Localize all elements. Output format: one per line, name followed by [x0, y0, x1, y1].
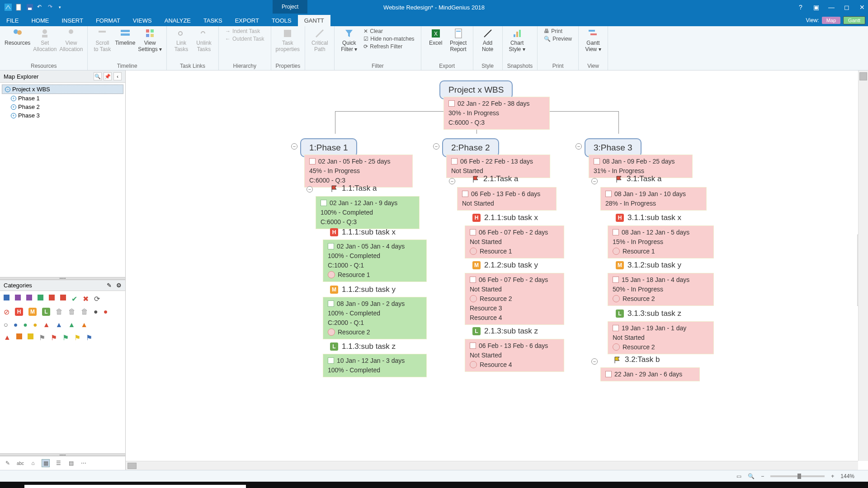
taskbar-search[interactable]: Type here to search 🎤	[24, 485, 246, 488]
zoom-slider[interactable]	[770, 475, 825, 477]
trash-icon[interactable]: 🗑	[56, 308, 63, 316]
resources-button[interactable]: Resources	[5, 28, 30, 46]
node-t31[interactable]: 3.1:Task a	[616, 174, 662, 183]
view-map-button[interactable]: Map	[822, 17, 840, 24]
qat-dropdown-icon[interactable]: ▾	[59, 5, 61, 9]
dot-outline-icon[interactable]: ○	[4, 321, 8, 329]
photoshop-icon[interactable]: Ps	[383, 482, 405, 488]
collapse-toggle[interactable]: −	[576, 143, 582, 150]
help-icon[interactable]: ?	[797, 4, 804, 11]
flag-yellow-icon[interactable]: ⚑	[74, 333, 80, 342]
node-t113[interactable]: L1.1.3:sub task z	[330, 342, 396, 351]
mindgenius-icon[interactable]	[451, 482, 473, 488]
collapse-pane-icon[interactable]: ‹	[113, 72, 122, 80]
add-note-button[interactable]: Add Note	[478, 28, 498, 53]
flag-outline-icon[interactable]: ⚑	[39, 333, 45, 342]
link-tasks-button[interactable]: Link Tasks	[171, 28, 191, 53]
node-t32[interactable]: 3.2:Task b	[614, 355, 660, 364]
tri-blue-icon[interactable]: ▲	[56, 321, 63, 329]
menu-export[interactable]: EXPORT	[229, 15, 265, 26]
view-allocation-button[interactable]: View Allocation	[59, 28, 83, 53]
chrome-icon[interactable]	[338, 482, 360, 488]
ribbon-options-icon[interactable]: ▣	[812, 4, 820, 11]
calc-icon[interactable]: ⊞	[316, 482, 337, 488]
node-t212[interactable]: M2.1.2:sub task y	[472, 261, 538, 270]
cat-square-red2[interactable]	[60, 295, 66, 300]
node-t313[interactable]: L3.1.3:sub task z	[616, 309, 681, 318]
close-icon[interactable]: ✕	[859, 4, 866, 11]
collapse-toggle[interactable]: −	[433, 143, 439, 150]
cat-square-red[interactable]	[49, 295, 55, 300]
maximize-icon[interactable]: ◻	[843, 4, 850, 11]
menu-format[interactable]: FORMAT	[90, 15, 127, 26]
explorer-icon[interactable]: 📁	[270, 482, 292, 488]
zoom-value[interactable]: 144%	[840, 473, 854, 479]
menu-analyze[interactable]: ANALYZE	[158, 15, 197, 26]
search-icon[interactable]: 🔍	[94, 72, 102, 80]
excel-button[interactable]: XExcel	[426, 28, 446, 46]
node-t21[interactable]: 2.1:Task a	[472, 174, 519, 183]
node-t311[interactable]: H3.1.1:sub task x	[616, 213, 681, 222]
collapse-toggle[interactable]: −	[449, 178, 455, 184]
cat-square-orange[interactable]	[16, 333, 22, 339]
vertical-scrollbar[interactable]	[858, 70, 868, 461]
check-icon[interactable]: ✔	[71, 295, 77, 303]
save-icon[interactable]	[26, 4, 33, 11]
dot-blue-icon[interactable]: ●	[14, 321, 18, 329]
illustrator-icon[interactable]: Ai	[361, 482, 382, 488]
menu-tasks[interactable]: TASKS	[197, 15, 229, 26]
task-view-icon[interactable]: ▭	[248, 482, 269, 488]
animate-icon[interactable]: An	[429, 482, 450, 488]
cat-square-yellow[interactable]	[28, 333, 33, 339]
pin-icon[interactable]: 📌	[104, 72, 112, 80]
cat-square-purple[interactable]	[15, 295, 21, 300]
new-icon[interactable]	[15, 4, 23, 11]
cat-square-green[interactable]	[38, 295, 43, 300]
pencil-tool-icon[interactable]: ✎	[4, 459, 12, 467]
no-entry-icon[interactable]: ⊘	[4, 308, 9, 316]
undo-icon[interactable]: ↶	[37, 4, 44, 11]
tri-orange-icon[interactable]: ▲	[80, 321, 88, 329]
gantt-view-button[interactable]: Gantt View ▾	[583, 28, 603, 53]
outdent-task-button[interactable]: ← Outdent Task	[223, 36, 266, 42]
abc-tool-icon[interactable]: abc	[16, 459, 24, 467]
node-t112[interactable]: M1.1.2:sub task y	[330, 285, 396, 294]
critical-path-button[interactable]: Critical Path	[310, 28, 330, 53]
expand-icon[interactable]: +	[11, 104, 16, 110]
trash3-icon[interactable]: 🗑	[81, 308, 88, 316]
priority-h-icon[interactable]: H	[15, 308, 23, 316]
refresh-filter-button[interactable]: ⟳ Refresh Filter	[362, 43, 416, 50]
task-properties-button[interactable]: Task properties	[276, 28, 300, 53]
tri-red-icon[interactable]: ▲	[43, 321, 50, 329]
collapse-toggle[interactable]: −	[307, 186, 313, 192]
cat-square-blue[interactable]	[4, 295, 9, 300]
tree-root[interactable]: −Project x WBS	[2, 84, 123, 94]
edit-icon[interactable]: ✎	[107, 282, 112, 289]
collapse-toggle[interactable]: −	[291, 143, 297, 150]
menu-file[interactable]: FILE	[0, 15, 25, 26]
card-view-icon[interactable]: ▤	[67, 459, 75, 467]
menu-views[interactable]: VIEWS	[127, 15, 158, 26]
node-t312[interactable]: M3.1.2:sub task y	[616, 261, 681, 270]
tree-item-phase1[interactable]: +Phase 1	[2, 94, 123, 103]
view-settings-button[interactable]: View Settings ▾	[138, 28, 162, 53]
priority-l-icon[interactable]: L	[42, 308, 50, 316]
x-icon[interactable]: ✖	[83, 295, 89, 303]
preview-button[interactable]: 🔍 Preview	[542, 36, 574, 42]
categories-options-icon[interactable]: ⚙	[116, 282, 122, 289]
redo-icon[interactable]: ↷	[48, 4, 55, 11]
horizontal-scrollbar[interactable]	[126, 461, 858, 470]
more-icon[interactable]: ⋯	[80, 459, 88, 467]
view-gantt-button[interactable]: Gantt	[843, 16, 865, 24]
minimize-icon[interactable]: —	[828, 4, 835, 11]
chart-style-button[interactable]: Chart Style ▾	[507, 28, 527, 53]
store-icon[interactable]: 🛍	[293, 482, 315, 488]
flag-green-icon[interactable]: ⚑	[62, 333, 69, 342]
node-t11[interactable]: 1.1:Task a	[331, 184, 377, 193]
menu-home[interactable]: HOME	[25, 15, 55, 26]
hide-nonmatches-checkbox[interactable]: ☑ Hide non-matches	[362, 36, 416, 42]
node-t111[interactable]: H1.1.1:sub task x	[330, 228, 396, 237]
start-button[interactable]	[0, 482, 24, 488]
overview-icon[interactable]: ▭	[736, 473, 741, 479]
dot-green-icon[interactable]: ●	[23, 321, 28, 329]
